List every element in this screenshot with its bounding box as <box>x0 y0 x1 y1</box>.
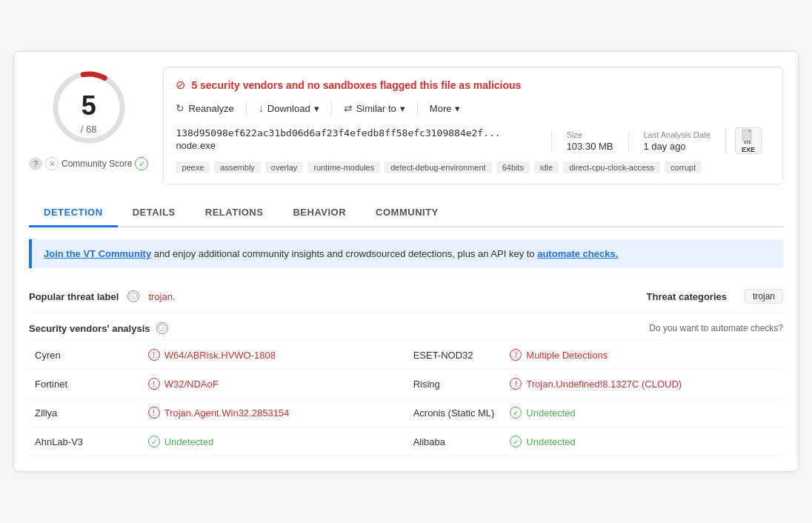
vendor-detection-right: !Multiple Detections <box>504 341 783 370</box>
similar-icon: ⇄ <box>344 102 353 114</box>
x-icon: ✕ <box>45 157 59 170</box>
automate-link[interactable]: automate checks. <box>537 248 618 259</box>
download-icon: ↓ <box>259 102 264 114</box>
svg-text:EXE: EXE <box>744 141 751 144</box>
vendor-detection-left: !W32/NDAoF <box>142 370 391 399</box>
tag-direct-cpu-clock-access[interactable]: direct-cpu-clock-access <box>563 161 660 173</box>
tag-idle[interactable]: idle <box>534 161 559 173</box>
vendor-row: Zillya!Trojan.Agent.Win32.2853154Acronis… <box>29 399 783 427</box>
divider2 <box>331 101 332 116</box>
exe-svg: EXE <box>739 128 757 145</box>
tag-runtime-modules[interactable]: runtime-modules <box>307 161 380 173</box>
top-section: 5 / 68 ? ✕ Community Score ✓ ⊘ 5 securit… <box>29 67 783 184</box>
join-vt-link[interactable]: Join the VT Community <box>44 248 151 259</box>
undetected-label: Undetected <box>164 436 214 447</box>
score-denom: / 68 <box>81 124 97 135</box>
vendor-name-right: ESET-NOD32 <box>391 341 505 370</box>
gauge: 5 / 68 <box>48 67 130 148</box>
main-card: 5 / 68 ? ✕ Community Score ✓ ⊘ 5 securit… <box>13 51 799 472</box>
exe-label: EXE <box>742 146 755 153</box>
tag-peexe[interactable]: peexe <box>176 161 210 173</box>
alert-text: 5 security vendors and no sandboxes flag… <box>191 79 521 91</box>
divider <box>246 101 247 116</box>
ok-icon: ✓ <box>510 407 522 419</box>
tag-assembly[interactable]: assembly <box>214 161 260 173</box>
size-value: 103.30 MB <box>567 141 613 152</box>
tab-details[interactable]: DETAILS <box>118 199 190 227</box>
tab-community[interactable]: COMMUNITY <box>361 199 453 227</box>
join-banner: Join the VT Community and enjoy addition… <box>29 239 783 268</box>
detection-link[interactable]: W64/ABRisk.HVWO-1808 <box>164 350 276 361</box>
detection-link[interactable]: W32/NDAoF <box>164 379 219 390</box>
date-block: Last Analysis Date 1 day ago <box>628 130 726 152</box>
vendor-name-left: Zillya <box>29 399 142 427</box>
community-score-row: ? ✕ Community Score ✓ <box>29 157 148 170</box>
vendor-row: Fortinet!W32/NDAoFRising!Trojan.Undefine… <box>29 370 783 399</box>
vendor-row: Cyren!W64/ABRisk.HVWO-1808ESET-NOD32!Mul… <box>29 341 783 370</box>
tag-detect-debug-environment[interactable]: detect-debug-environment <box>385 161 491 173</box>
divider3 <box>417 101 418 116</box>
tab-relations[interactable]: RELATIONS <box>190 199 279 227</box>
join-banner-middle: and enjoy additional community insights … <box>151 248 537 259</box>
alert-icon: ⊘ <box>176 78 185 92</box>
vendor-info-icon[interactable]: ⓘ <box>156 322 168 334</box>
vendor-analysis-label: Security vendors' analysis <box>29 323 150 334</box>
community-score-label: Community Score <box>61 159 132 169</box>
undetected-label: Undetected <box>526 407 576 419</box>
chevron-down-icon3: ▾ <box>455 103 460 114</box>
vendor-detection-right: ✓Undetected <box>504 427 783 456</box>
vendor-name-right: Rising <box>391 370 505 399</box>
file-info-row: 138d95098ef622ac31bd06d6af23f4efedb8ff58… <box>176 127 771 154</box>
ok-icon: ✓ <box>148 436 160 447</box>
vendor-detection-right: ✓Undetected <box>504 399 783 427</box>
tag-64bits[interactable]: 64bits <box>496 161 530 173</box>
file-details: 138d95098ef622ac31bd06d6af23f4efedb8ff58… <box>176 127 550 154</box>
detection-link[interactable]: Trojan.Agent.Win32.2853154 <box>164 407 290 419</box>
similar-to-button[interactable]: ⇄ Similar to ▾ <box>344 102 405 114</box>
file-hash: 138d95098ef622ac31bd06d6af23f4efedb8ff58… <box>176 127 550 139</box>
automate-checks-link[interactable]: Do you want to automate checks? <box>649 323 783 333</box>
warn-icon: ! <box>148 378 160 390</box>
vendor-header: Security vendors' analysis ⓘ Do you want… <box>29 313 783 341</box>
warn-icon: ! <box>510 378 522 390</box>
file-meta: Size 103.30 MB Last Analysis Date 1 day … <box>551 127 771 154</box>
popular-threat-value: trojan. <box>148 291 175 302</box>
chevron-down-icon2: ▾ <box>400 103 405 114</box>
vendor-table: Cyren!W64/ABRisk.HVWO-1808ESET-NOD32!Mul… <box>29 341 783 456</box>
ok-icon: ✓ <box>510 436 522 447</box>
action-buttons: ↻ Reanalyze ↓ Download ▾ ⇄ Similar to ▾ <box>176 101 771 116</box>
tag-corrupt[interactable]: corrupt <box>665 161 702 173</box>
threat-row: Popular threat label ⓘ trojan. Threat ca… <box>29 280 783 313</box>
vendor-detection-left: !W64/ABRisk.HVWO-1808 <box>142 341 391 370</box>
warn-icon: ! <box>148 407 160 419</box>
more-button[interactable]: More ▾ <box>430 103 461 114</box>
threat-category-badge: trojan <box>745 289 783 304</box>
file-name: node.exe <box>176 140 550 151</box>
vendor-name-left: Cyren <box>29 341 142 370</box>
exe-icon: EXE EXE <box>735 127 762 154</box>
vendor-detection-left: ✓Undetected <box>142 427 391 456</box>
detection-link[interactable]: Multiple Detections <box>526 350 608 361</box>
svg-rect-3 <box>748 130 751 133</box>
reanalyze-button[interactable]: ↻ Reanalyze <box>176 102 233 114</box>
tab-detection[interactable]: DETECTION <box>29 199 118 227</box>
vendor-row: AhnLab-V3✓UndetectedAlibaba✓Undetected <box>29 427 783 456</box>
vendor-name-right: Acronis (Static ML) <box>391 399 505 427</box>
vendor-detection-right: !Trojan.Undefined!8.1327C (CLOUD) <box>504 370 783 399</box>
download-button[interactable]: ↓ Download ▾ <box>259 102 319 114</box>
detection-link[interactable]: Trojan.Undefined!8.1327C (CLOUD) <box>526 379 682 390</box>
threat-categories-label: Threat categories <box>647 291 736 302</box>
exe-icon-block: EXE EXE <box>725 127 771 154</box>
vendor-name-right: Alibaba <box>391 427 505 456</box>
popular-threat-info-icon[interactable]: ⓘ <box>127 290 139 302</box>
warn-icon: ! <box>148 349 160 361</box>
chevron-down-icon: ▾ <box>314 103 319 114</box>
score-panel: 5 / 68 ? ✕ Community Score ✓ <box>29 67 148 184</box>
size-block: Size 103.30 MB <box>551 130 628 152</box>
size-label: Size <box>567 130 613 139</box>
tags-row: peexeassemblyoverlayruntime-modulesdetec… <box>176 161 771 173</box>
question-icon[interactable]: ? <box>29 157 42 170</box>
tab-behavior[interactable]: BEHAVIOR <box>278 199 361 227</box>
tag-overlay[interactable]: overlay <box>265 161 303 173</box>
alert-row: ⊘ 5 security vendors and no sandboxes fl… <box>176 78 771 92</box>
